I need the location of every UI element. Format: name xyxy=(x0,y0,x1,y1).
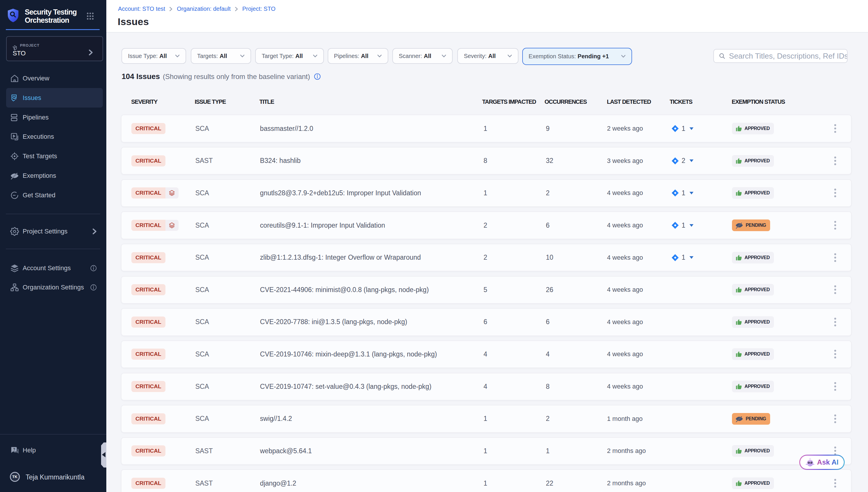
svg-text:?: ? xyxy=(13,448,15,452)
